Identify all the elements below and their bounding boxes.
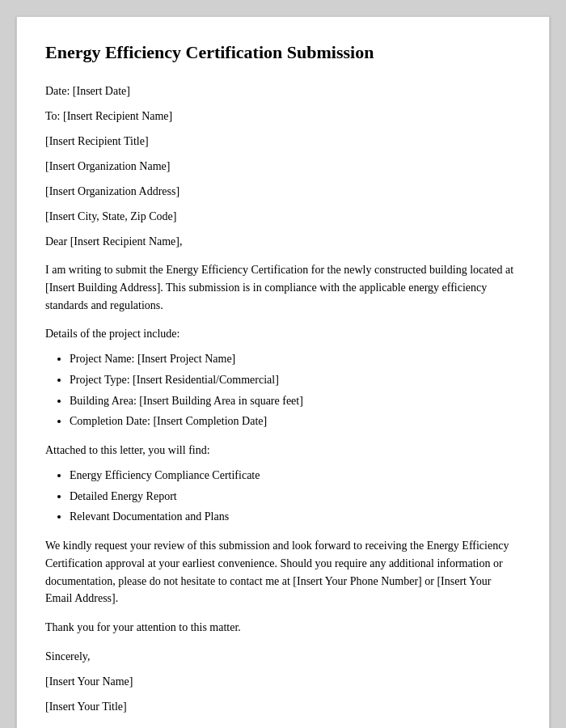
your-name: [Insert Your Name]	[45, 673, 521, 690]
dear-line: Dear [Insert Recipient Name],	[45, 233, 521, 251]
list-item: Detailed Energy Report	[70, 488, 521, 506]
list-item: Completion Date: [Insert Completion Date…	[70, 413, 521, 430]
sincerely: Sincerely,	[45, 648, 521, 665]
thank-you: Thank you for your attention to this mat…	[45, 619, 521, 637]
list-item: Project Name: [Insert Project Name]	[70, 350, 521, 368]
list-item: Project Type: [Insert Residential/Commer…	[70, 371, 521, 389]
closing-section: Sincerely, [Insert Your Name] [Insert Yo…	[45, 648, 521, 715]
details-label: Details of the project include:	[45, 325, 521, 342]
city-state-zip: [Insert City, State, Zip Code]	[45, 208, 521, 225]
document-title: Energy Efficiency Certification Submissi…	[45, 41, 521, 65]
list-item: Relevant Documentation and Plans	[70, 508, 521, 526]
date-line: Date: [Insert Date]	[45, 83, 521, 99]
list-item: Energy Efficiency Compliance Certificate	[70, 467, 521, 485]
to-line: To: [Insert Recipient Name]	[45, 108, 521, 125]
organization-address: [Insert Organization Address]	[45, 183, 521, 200]
attached-items-list: Energy Efficiency Compliance Certificate…	[70, 467, 521, 526]
recipient-title: [Insert Recipient Title]	[45, 133, 521, 150]
your-title: [Insert Your Title]	[45, 698, 521, 715]
body-paragraph: We kindly request your review of this su…	[45, 537, 521, 607]
organization-name: [Insert Organization Name]	[45, 158, 521, 175]
list-item: Building Area: [Insert Building Area in …	[70, 392, 521, 410]
attached-label: Attached to this letter, you will find:	[45, 442, 521, 459]
project-details-list: Project Name: [Insert Project Name] Proj…	[70, 350, 521, 430]
intro-paragraph: I am writing to submit the Energy Effici…	[45, 261, 521, 314]
document-container: Energy Efficiency Certification Submissi…	[16, 16, 550, 728]
